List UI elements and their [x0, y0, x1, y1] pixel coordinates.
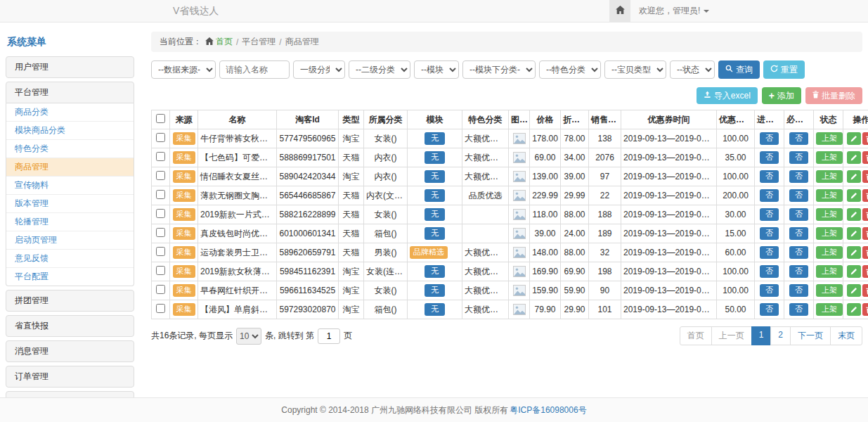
sidebar-item[interactable]: 商品管理 [6, 158, 134, 177]
delete-button[interactable] [862, 151, 868, 164]
row-checkbox[interactable] [156, 304, 165, 313]
status-toggle[interactable]: 上架 [816, 189, 843, 201]
must-buy-toggle[interactable]: 否 [789, 265, 808, 277]
feature-category-select[interactable]: --特色分类-- [539, 60, 601, 79]
sidebar-item[interactable]: 平台配置 [6, 268, 134, 286]
page-button[interactable]: 上一页 [711, 326, 752, 345]
edit-button[interactable] [847, 265, 861, 278]
delete-button[interactable] [862, 284, 868, 297]
row-checkbox[interactable] [156, 133, 165, 142]
status-toggle[interactable]: 上架 [816, 284, 843, 296]
data-source-select[interactable]: --数据来源-- [151, 60, 216, 79]
delete-button[interactable] [862, 208, 868, 221]
page-button[interactable]: 首页 [680, 326, 712, 345]
status-toggle[interactable]: 上架 [816, 303, 843, 315]
delete-button[interactable] [862, 246, 868, 259]
edit-button[interactable] [847, 151, 861, 164]
goods-type-select[interactable]: --宝贝类型-- [604, 60, 666, 79]
import-select-toggle[interactable]: 否 [760, 303, 779, 315]
status-toggle[interactable]: 上架 [816, 246, 843, 258]
import-select-toggle[interactable]: 否 [760, 170, 779, 182]
page-size-select[interactable]: 10 [236, 328, 261, 345]
sidebar-section-5[interactable]: 消息管理 [6, 340, 134, 362]
edit-button[interactable] [847, 208, 861, 221]
edit-button[interactable] [847, 284, 861, 297]
sidebar-item[interactable]: 宣传物料 [6, 177, 134, 195]
import-select-toggle[interactable]: 否 [760, 227, 779, 239]
row-checkbox[interactable] [156, 228, 165, 237]
delete-button[interactable] [862, 170, 868, 183]
delete-button[interactable] [862, 265, 868, 278]
delete-button[interactable] [862, 132, 868, 145]
must-buy-toggle[interactable]: 否 [789, 170, 808, 182]
page-button[interactable]: 2 [770, 326, 791, 345]
edit-button[interactable] [847, 170, 861, 183]
import-select-toggle[interactable]: 否 [760, 208, 779, 220]
delete-button[interactable] [862, 303, 868, 316]
search-button[interactable]: 查询 [718, 60, 760, 79]
add-button[interactable]: + 添加 [762, 87, 801, 104]
import-select-toggle[interactable]: 否 [760, 246, 779, 258]
sidebar-item[interactable]: 意见反馈 [6, 250, 134, 268]
sidebar-item[interactable]: 启动页管理 [6, 231, 134, 250]
import-excel-button[interactable]: 导入excel [697, 87, 758, 104]
import-select-toggle[interactable]: 否 [760, 132, 779, 144]
edit-button[interactable] [847, 189, 861, 202]
sidebar-item[interactable]: 特色分类 [6, 140, 134, 158]
import-select-toggle[interactable]: 否 [760, 189, 779, 201]
jump-page-input[interactable] [318, 328, 340, 344]
status-toggle[interactable]: 上架 [816, 208, 843, 220]
level1-category-select[interactable]: 一级分类 [293, 60, 345, 79]
page-button[interactable]: 下一页 [790, 326, 831, 345]
status-toggle[interactable]: 上架 [816, 265, 843, 277]
batch-delete-button[interactable]: 批量删除 [805, 87, 862, 104]
sidebar-section-2[interactable]: 平台管理 [6, 82, 134, 103]
status-toggle[interactable]: 上架 [816, 151, 843, 163]
must-buy-toggle[interactable]: 否 [789, 284, 808, 296]
edit-button[interactable] [847, 303, 861, 316]
status-select[interactable]: --状态-- [670, 60, 715, 79]
reset-button[interactable]: 重置 [763, 60, 805, 79]
must-buy-toggle[interactable]: 否 [789, 132, 808, 144]
must-buy-toggle[interactable]: 否 [789, 303, 808, 315]
page-button[interactable]: 末页 [830, 326, 862, 345]
status-toggle[interactable]: 上架 [816, 132, 843, 144]
sidebar-section-6[interactable]: 订单管理 [6, 366, 134, 388]
breadcrumb-home-link[interactable]: 首页 [205, 36, 233, 48]
delete-button[interactable] [862, 189, 868, 202]
sidebar-item[interactable]: 版本管理 [6, 195, 134, 213]
row-checkbox[interactable] [156, 247, 165, 256]
sidebar-section-3[interactable]: 拼团管理 [6, 290, 134, 312]
row-checkbox[interactable] [156, 152, 165, 161]
row-checkbox[interactable] [156, 285, 165, 294]
must-buy-toggle[interactable]: 否 [789, 151, 808, 163]
must-buy-toggle[interactable]: 否 [789, 208, 808, 220]
sidebar-item[interactable]: 模块商品分类 [6, 122, 134, 140]
status-toggle[interactable]: 上架 [816, 227, 843, 239]
sidebar-item[interactable]: 轮播管理 [6, 213, 134, 231]
user-menu[interactable]: 欢迎您，管理员! [630, 0, 718, 22]
row-checkbox[interactable] [156, 266, 165, 275]
status-toggle[interactable]: 上架 [816, 170, 843, 182]
name-search-input[interactable] [219, 60, 290, 79]
edit-button[interactable] [847, 132, 861, 145]
import-select-toggle[interactable]: 否 [760, 151, 779, 163]
row-checkbox[interactable] [156, 190, 165, 199]
page-button[interactable]: 1 [751, 326, 772, 345]
sidebar-section-1[interactable]: 用户管理 [6, 56, 134, 78]
row-checkbox[interactable] [156, 171, 165, 180]
must-buy-toggle[interactable]: 否 [789, 189, 808, 201]
level2-category-select[interactable]: --二级分类-- [349, 60, 410, 79]
edit-button[interactable] [847, 227, 861, 240]
edit-button[interactable] [847, 246, 861, 259]
sidebar-section-4[interactable]: 省直快报 [6, 315, 134, 337]
row-checkbox[interactable] [156, 209, 165, 218]
home-button[interactable] [609, 0, 630, 22]
must-buy-toggle[interactable]: 否 [789, 227, 808, 239]
import-select-toggle[interactable]: 否 [760, 284, 779, 296]
import-select-toggle[interactable]: 否 [760, 265, 779, 277]
module-sub-category-select[interactable]: --模块下分类-- [462, 60, 536, 79]
must-buy-toggle[interactable]: 否 [789, 246, 808, 258]
delete-button[interactable] [862, 227, 868, 240]
icp-link[interactable]: 粤ICP备16098006号 [510, 404, 586, 416]
